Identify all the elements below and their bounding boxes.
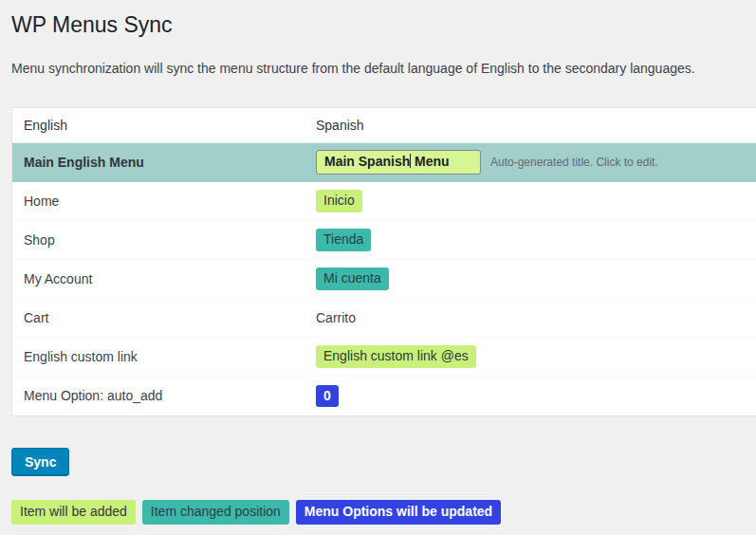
spanish-item-badge-options-updated: 0 (316, 385, 339, 408)
column-header-english: English (12, 118, 316, 133)
english-item-label: Shop (12, 232, 316, 248)
spanish-item-text: Carrito (316, 310, 356, 325)
legend-item-changed-position: Item changed position (142, 500, 289, 525)
actions-bar: Sync (11, 448, 756, 476)
page-title: WP Menus Sync (11, 11, 756, 40)
spanish-item-badge-changed-position: Tienda (316, 229, 371, 251)
legend: Item will be added Item changed position… (11, 500, 756, 525)
table-row-main-menu[interactable]: Main English Menu Main Spanish Menu Auto… (12, 143, 756, 182)
table-row-home: Home Inicio (12, 182, 756, 221)
english-item-label: English custom link (12, 349, 316, 364)
english-item-label: Home (12, 194, 316, 209)
english-item-label: My Account (12, 271, 316, 286)
sync-button[interactable]: Sync (11, 448, 69, 476)
legend-item-added: Item will be added (11, 500, 136, 525)
spanish-item-badge-changed-position: Mi cuenta (316, 268, 389, 290)
menus-sync-table: English Spanish Main English Menu Main S… (11, 107, 756, 416)
table-row-cart: Cart Carrito (12, 299, 756, 338)
legend-item-options-updated: Menu Options will be updated (296, 500, 501, 525)
table-row-my-account: My Account Mi cuenta (12, 260, 756, 299)
english-menu-name: Main English Menu (12, 155, 316, 170)
english-item-label: Cart (12, 310, 316, 325)
english-item-label: Menu Option: auto_add (12, 388, 316, 403)
column-header-spanish: Spanish (316, 118, 756, 133)
page-description: Menu synchronization will sync the menu … (11, 61, 756, 76)
input-text-after-caret: Menu (411, 154, 449, 169)
input-text-before-caret: Main Spanish (324, 154, 410, 169)
input-hint: Auto-generated title. Click to edit. (490, 156, 658, 169)
spanish-item-badge-added: Inicio (316, 190, 362, 212)
table-row-menu-option: Menu Option: auto_add 0 (12, 377, 756, 415)
spanish-menu-title-input[interactable]: Main Spanish Menu (316, 150, 481, 175)
table-row-shop: Shop Tienda (12, 221, 756, 260)
table-header-row: English Spanish (12, 108, 756, 143)
spanish-item-badge-added: English custom link @es (316, 345, 476, 368)
table-row-custom-link: English custom link English custom link … (12, 338, 756, 377)
